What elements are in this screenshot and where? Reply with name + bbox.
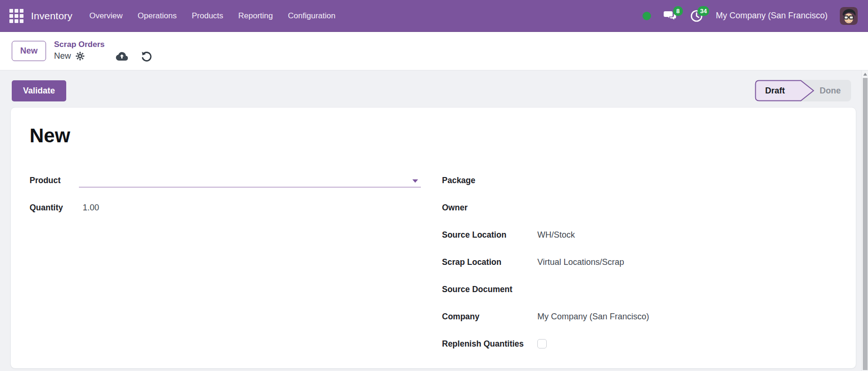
new-record-button[interactable]: New [12,41,46,61]
gear-icon[interactable] [76,52,85,61]
field-quantity: Quantity 1.00 [30,194,421,221]
menu-overview[interactable]: Overview [89,11,123,21]
product-input[interactable] [79,173,421,187]
field-package: Package [442,167,837,194]
menu-configuration[interactable]: Configuration [288,11,335,21]
quantity-input[interactable]: 1.00 [79,203,99,213]
navbar-systray: 8 34 My Company (San Francisco) [643,7,858,25]
save-cloud-icon[interactable] [116,51,128,61]
field-replenish-quantities: Replenish Quantities [442,330,837,357]
replenish-quantities-label: Replenish Quantities [442,339,537,349]
company-input[interactable]: My Company (San Francisco) [537,312,649,322]
vertical-scrollbar[interactable] [861,70,868,371]
state-stepper: Done Draft [755,80,851,101]
field-scrap-location: Scrap Location Virtual Locations/Scrap [442,248,837,276]
product-label: Product [30,176,79,186]
scroll-up-arrow-icon[interactable] [863,73,867,76]
apps-grid-icon[interactable] [9,9,23,23]
field-source-document: Source Document [442,276,837,303]
breadcrumb: Scrap Orders New [54,40,152,62]
owner-label: Owner [442,203,537,213]
state-draft-label: Draft [765,80,785,101]
discard-undo-icon[interactable] [140,51,152,62]
breadcrumb-current: New [54,51,71,62]
app-title[interactable]: Inventory [31,10,72,22]
menu-products[interactable]: Products [192,11,223,21]
record-title: New [30,124,837,147]
form-statusbar: Validate Done Draft [12,80,851,101]
scrollbar-thumb[interactable] [863,78,868,370]
state-draft[interactable]: Draft [755,80,815,101]
replenish-quantities-checkbox[interactable] [537,339,547,348]
scrap-location-label: Scrap Location [442,257,537,267]
source-document-label: Source Document [442,285,537,294]
company-switcher[interactable]: My Company (San Francisco) [716,11,828,21]
chevron-down-icon[interactable] [412,179,418,183]
breadcrumb-scrap-orders-link[interactable]: Scrap Orders [54,40,152,49]
activities-menu[interactable]: 34 [690,9,704,23]
main-menu: Overview Operations Products Reporting C… [89,11,335,21]
source-location-label: Source Location [442,230,537,240]
menu-reporting[interactable]: Reporting [238,11,273,21]
state-done-label: Done [820,86,841,96]
activities-count-badge: 34 [698,6,709,16]
company-label: Company [442,312,537,322]
control-panel: New Scrap Orders New [0,32,868,70]
field-source-location: Source Location WH/Stock [442,221,837,248]
messages-count-badge: 8 [673,6,683,16]
form-sheet: New Product Quantity 1.00 Package Owner [10,107,856,369]
field-product: Product [30,167,421,194]
form-left-column: Product Quantity 1.00 [30,167,421,357]
source-location-input[interactable]: WH/Stock [537,230,575,240]
validate-button[interactable]: Validate [12,80,66,101]
online-status-icon [643,12,651,20]
top-navbar: Inventory Overview Operations Products R… [0,0,868,32]
field-owner: Owner [442,194,837,221]
scrap-location-input[interactable]: Virtual Locations/Scrap [537,257,624,267]
field-company: Company My Company (San Francisco) [442,303,837,330]
menu-operations[interactable]: Operations [138,11,177,21]
user-avatar[interactable] [840,7,858,25]
messages-menu[interactable]: 8 [663,9,677,23]
quantity-label: Quantity [30,203,79,213]
form-right-column: Package Owner Source Location WH/Stock S… [442,167,837,357]
package-label: Package [442,176,537,186]
